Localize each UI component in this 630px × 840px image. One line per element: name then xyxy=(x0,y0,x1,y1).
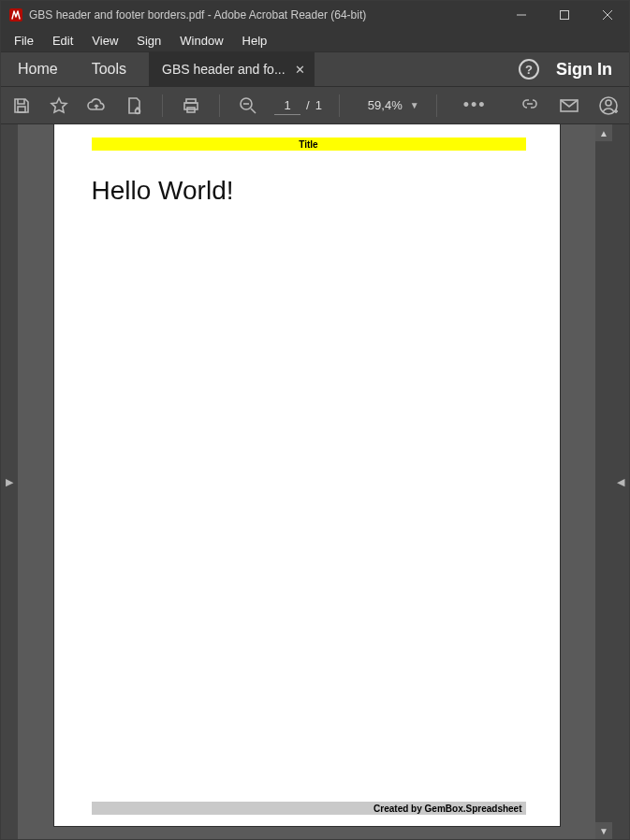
more-tools-icon[interactable]: ••• xyxy=(463,95,487,115)
toolbar-divider xyxy=(339,94,340,117)
tab-home[interactable]: Home xyxy=(1,52,75,86)
svg-point-6 xyxy=(136,109,140,113)
toolbar-divider xyxy=(219,94,220,117)
page-header-bar: Title xyxy=(92,138,526,151)
menu-edit[interactable]: Edit xyxy=(43,29,82,51)
chevron-down-icon: ▼ xyxy=(410,100,419,110)
page-separator: / xyxy=(306,98,310,112)
menu-file[interactable]: File xyxy=(5,29,43,51)
scroll-down-icon[interactable]: ▼ xyxy=(595,822,612,839)
star-icon[interactable] xyxy=(48,94,70,117)
save-icon[interactable] xyxy=(10,94,33,117)
window-title: GBS header and footer borders.pdf - Adob… xyxy=(29,8,366,22)
page-current-input[interactable]: 1 xyxy=(274,96,300,115)
page-total: 1 xyxy=(315,98,322,112)
tab-document-label: GBS header and fo... xyxy=(162,62,286,77)
page-body-text: Hello World! xyxy=(92,176,234,206)
content-area: ▶ Title Hello World! Created by GemBox.S… xyxy=(1,124,629,839)
svg-line-11 xyxy=(251,109,256,113)
account-icon[interactable] xyxy=(597,94,620,117)
menubar: File Edit View Sign Window Help xyxy=(1,29,629,51)
app-icon xyxy=(8,7,23,22)
tab-close-icon[interactable]: ✕ xyxy=(295,63,305,77)
sign-in-button[interactable]: Sign In xyxy=(556,60,612,80)
cloud-upload-icon[interactable] xyxy=(85,94,108,117)
menu-window[interactable]: Window xyxy=(170,29,232,51)
scroll-up-icon[interactable]: ▲ xyxy=(595,124,612,141)
page-footer-bar: Created by GemBox.Spreadsheet xyxy=(92,802,526,815)
header-right: ? Sign In xyxy=(519,52,629,86)
left-panel-toggle[interactable]: ▶ xyxy=(1,124,18,839)
link-icon[interactable] xyxy=(519,94,541,117)
tab-document[interactable]: GBS header and fo... ✕ xyxy=(149,52,315,86)
window-controls xyxy=(500,1,629,29)
svg-rect-5 xyxy=(18,107,25,112)
svg-rect-2 xyxy=(561,11,569,20)
vertical-scrollbar[interactable]: ▲ ▼ xyxy=(595,124,612,839)
zoom-out-icon[interactable] xyxy=(237,94,259,117)
close-button[interactable] xyxy=(586,1,629,29)
pdf-page: Title Hello World! Created by GemBox.Spr… xyxy=(54,124,560,826)
print-icon[interactable] xyxy=(180,94,202,117)
titlebar: GBS header and footer borders.pdf - Adob… xyxy=(1,1,629,29)
zoom-value: 59,4% xyxy=(368,98,403,112)
toolbar-divider xyxy=(436,94,437,117)
toolbar-right xyxy=(519,94,620,117)
header-row: Home Tools GBS header and fo... ✕ ? Sign… xyxy=(1,51,629,87)
tab-tools[interactable]: Tools xyxy=(75,52,143,86)
app-window: GBS header and footer borders.pdf - Adob… xyxy=(0,0,630,840)
toolbar: 1 / 1 59,4% ▼ ••• xyxy=(1,87,629,124)
menu-view[interactable]: View xyxy=(82,29,127,51)
zoom-control[interactable]: 59,4% ▼ xyxy=(368,98,419,112)
mail-icon[interactable] xyxy=(558,94,580,117)
minimize-button[interactable] xyxy=(500,1,543,29)
svg-point-16 xyxy=(606,100,611,106)
maximize-button[interactable] xyxy=(543,1,586,29)
toolbar-divider xyxy=(162,94,163,117)
right-panel-toggle[interactable]: ◀ xyxy=(612,124,629,839)
menu-sign[interactable]: Sign xyxy=(127,29,170,51)
help-icon[interactable]: ? xyxy=(519,59,539,80)
menu-help[interactable]: Help xyxy=(233,29,277,51)
page-indicator: 1 / 1 xyxy=(274,96,322,115)
document-viewport[interactable]: Title Hello World! Created by GemBox.Spr… xyxy=(18,124,595,839)
page-lock-icon[interactable] xyxy=(123,94,145,117)
svg-rect-8 xyxy=(184,103,198,109)
